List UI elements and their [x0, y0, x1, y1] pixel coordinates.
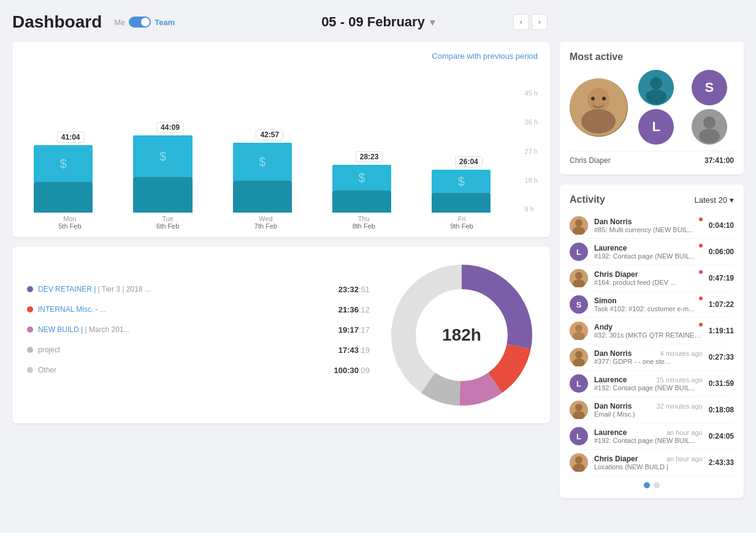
activity-time-ago: an hour ago — [666, 429, 703, 436]
activity-duration: 0:06:00 — [709, 248, 734, 256]
svg-point-7 — [587, 88, 609, 112]
legend-label-newbuild: NEW BUILD | | March 201... — [38, 325, 334, 334]
activity-name: Simon — [594, 297, 617, 305]
x-label-wed: Wed 7th Feb — [221, 215, 311, 230]
svg-point-30 — [575, 404, 582, 411]
donut-chart: 182h — [388, 262, 535, 409]
me-team-toggle[interactable]: Me Team — [114, 17, 175, 28]
activity-title: Activity — [570, 194, 605, 205]
dollar-icon: $ — [259, 155, 265, 169]
activity-time-ago: 32 minutes ago — [656, 403, 702, 410]
active-dot — [699, 297, 703, 300]
activity-info: Dan Norris 4 minutes ago #377: GDPR - - … — [594, 349, 703, 365]
top-user-time: 37:41:00 — [704, 156, 734, 165]
team-label: Team — [155, 18, 175, 27]
activity-card: Activity Latest 20 ▾ — [560, 184, 744, 498]
page-title: Dashboard — [12, 12, 102, 32]
svg-point-12 — [650, 77, 662, 89]
activity-filter[interactable]: Latest 20 ▾ — [695, 195, 735, 205]
y-label-27: 27 h — [525, 148, 538, 155]
y-label-45: 45 h — [525, 90, 538, 97]
activity-desc: #192: Contact page (NEW BUIL... — [594, 384, 703, 391]
bar-value-tue: 44:09 — [156, 122, 184, 133]
bar-value-mon: 41:04 — [57, 132, 85, 143]
svg-point-21 — [575, 272, 582, 279]
donut-center-total: 182h — [442, 325, 481, 345]
left-panel: Compare with previous period 41:04 $ — [12, 42, 550, 498]
legend-time-internal: 21:36:12 — [338, 305, 370, 314]
bar-group-tue: 44:09 $ — [124, 122, 216, 213]
svg-point-13 — [646, 89, 666, 104]
legend-dot-project — [27, 347, 33, 353]
dollar-icon: $ — [458, 175, 465, 189]
activity-name: Laurence — [594, 428, 627, 437]
y-label-18: 18 h — [525, 177, 538, 184]
activity-duration: 0:24:05 — [709, 432, 734, 440]
header: Dashboard Me Team 05 - 09 February ▾ ‹ › — [12, 12, 744, 32]
activity-info: Dan Norris #85: Multi currency (NEW BUIL… — [594, 217, 703, 233]
legend-label-other: Other — [38, 366, 329, 374]
prev-arrow[interactable]: ‹ — [513, 14, 529, 30]
activity-item: L Laurence #192: Contact page (NEW BUIL.… — [570, 239, 734, 265]
svg-point-18 — [575, 219, 582, 227]
compare-link[interactable]: Compare with previous period — [25, 51, 538, 61]
x-label-fri: Fri 9th Feb — [416, 215, 507, 230]
activity-item: L Laurence 15 minutes ago #192: Contact … — [570, 371, 734, 397]
legend-item-newbuild: NEW BUILD | | March 201... 19:17:17 — [27, 325, 370, 335]
active-dot — [699, 217, 703, 221]
activity-avatar — [570, 348, 588, 366]
dollar-icon: $ — [159, 149, 166, 164]
bar-group-mon: 41:04 $ — [25, 132, 116, 213]
activity-info: Andy #32: 301s (MKTG QTR RETAINER... — [594, 323, 703, 339]
legend-time-other: 100:30:09 — [334, 366, 370, 375]
svg-point-9 — [591, 97, 595, 100]
legend-label-dev: DEV RETAINER | | Tier 3 | 2018 ... — [38, 285, 334, 293]
bar-group-fri: 26:04 $ — [422, 156, 514, 213]
bar-value-wed: 42:57 — [256, 129, 283, 140]
activity-info: Chris Diaper #164: product feed (DEV ... — [594, 270, 703, 286]
activity-duration: 0:47:19 — [709, 274, 734, 282]
svg-point-16 — [699, 129, 720, 143]
activity-avatar — [570, 269, 588, 287]
svg-point-10 — [602, 97, 606, 100]
page-dot-1[interactable] — [644, 482, 650, 488]
activity-desc: Locations (NEW BUILD | — [594, 463, 703, 471]
bar-value-fri: 26:04 — [455, 156, 483, 167]
next-arrow[interactable]: › — [532, 14, 548, 30]
active-dot — [699, 323, 703, 327]
activity-info: Simon Task #102: #102: customer e-m... — [594, 297, 703, 312]
activity-info: Laurence #192: Contact page (NEW BUIL... — [594, 244, 703, 260]
activity-name: Chris Diaper — [594, 455, 638, 463]
activity-avatar: L — [570, 427, 588, 445]
activity-list: Dan Norris #85: Multi currency (NEW BUIL… — [570, 213, 734, 476]
x-label-tue: Tue 6th Feb — [123, 215, 213, 230]
pagination — [570, 482, 734, 488]
legend-dot-internal — [27, 306, 33, 312]
activity-desc: #192: Contact page (NEW BUIL... — [594, 252, 703, 260]
dollar-icon: $ — [359, 171, 365, 185]
date-range[interactable]: 05 - 09 February ▾ — [321, 14, 435, 30]
y-label-36: 36 h — [525, 119, 538, 126]
activity-duration: 1:19:11 — [709, 327, 734, 335]
activity-name: Dan Norris — [594, 217, 632, 226]
legend-label-internal: INTERNAL Misc. - ... — [38, 305, 334, 314]
activity-avatar: S — [570, 295, 588, 314]
activity-duration: 1:07:22 — [709, 300, 734, 309]
activity-info: Laurence 15 minutes ago #192: Contact pa… — [594, 376, 703, 391]
activity-time-ago: 4 minutes ago — [660, 350, 703, 357]
avatar-simon: S — [685, 70, 735, 105]
activity-avatar: L — [570, 374, 588, 393]
page-dot-2[interactable] — [654, 482, 660, 488]
chart-card: Compare with previous period 41:04 $ — [12, 42, 550, 237]
x-label-thu: Thu 8th Feb — [318, 215, 409, 230]
activity-desc: Task #102: #102: customer e-m... — [594, 305, 703, 312]
toggle-switch[interactable] — [129, 17, 151, 28]
svg-point-24 — [575, 325, 582, 332]
activity-item: Chris Diaper an hour ago Locations (NEW … — [570, 450, 734, 476]
legend-item-project: project 17:43:19 — [27, 346, 370, 355]
legend-item-dev: DEV RETAINER | | Tier 3 | 2018 ... 23:32… — [27, 285, 370, 294]
activity-desc: Email ( Misc.) — [594, 410, 703, 418]
bar-group-wed: 42:57 $ — [224, 129, 316, 213]
activity-item: Dan Norris 32 minutes ago Email ( Misc.)… — [570, 397, 734, 423]
activity-item: Dan Norris 4 minutes ago #377: GDPR - - … — [570, 344, 734, 371]
